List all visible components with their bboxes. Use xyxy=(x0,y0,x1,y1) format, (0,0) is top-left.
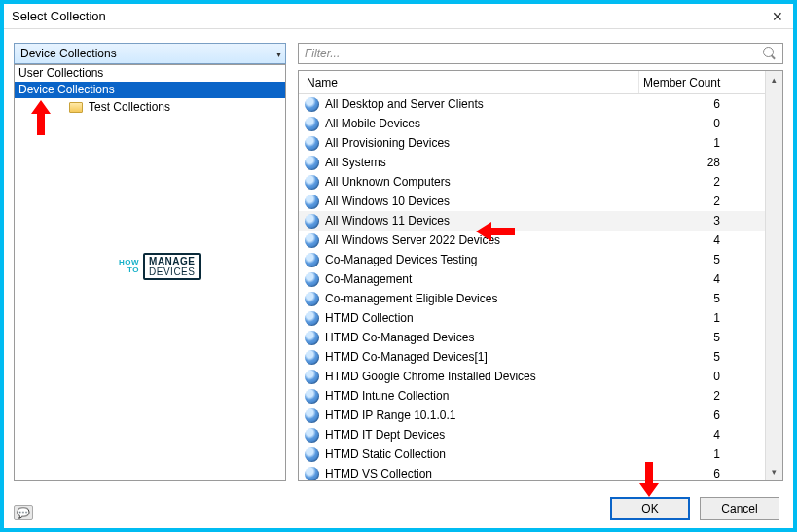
scroll-down-icon[interactable]: ▾ xyxy=(766,463,782,480)
collection-icon xyxy=(305,272,319,287)
row-name: All Unknown Computers xyxy=(325,175,638,189)
row-name: All Mobile Devices xyxy=(325,117,638,130)
collection-icon xyxy=(305,467,319,481)
ok-button[interactable]: OK xyxy=(610,497,690,520)
row-name: HTMD Co-Managed Devices[1] xyxy=(325,350,638,364)
table-row[interactable]: HTMD Collection1 xyxy=(299,308,765,328)
table-row[interactable]: HTMD Static Collection1 xyxy=(299,444,765,464)
row-name: HTMD IT Dept Devices xyxy=(325,428,638,442)
row-name: All Provisioning Devices xyxy=(325,136,638,150)
row-member-count: 6 xyxy=(638,467,765,480)
collection-icon xyxy=(305,447,319,462)
row-name: Co-management Eligible Devices xyxy=(325,292,638,305)
column-header-name[interactable]: Name xyxy=(299,76,638,89)
chevron-down-icon: ▾ xyxy=(276,49,281,59)
row-name: HTMD Google Chrome Installed Devices xyxy=(325,370,638,383)
row-name: HTMD IP Range 10.1.0.1 xyxy=(325,408,638,422)
collection-icon xyxy=(305,136,319,151)
row-member-count: 5 xyxy=(638,292,765,305)
close-icon[interactable]: ✕ xyxy=(772,9,785,24)
row-member-count: 0 xyxy=(638,370,765,383)
scroll-up-icon[interactable]: ▴ xyxy=(766,71,782,89)
table-row[interactable]: All Windows 11 Devices3 xyxy=(299,211,765,231)
row-member-count: 6 xyxy=(638,97,765,111)
collection-icon xyxy=(305,370,319,384)
row-name: Co-Managed Devices Testing xyxy=(325,253,638,266)
table-row[interactable]: All Systems28 xyxy=(299,153,765,172)
dropdown-value: Device Collections xyxy=(20,47,117,60)
row-name: HTMD Collection xyxy=(325,311,638,325)
filter-input[interactable]: Filter... xyxy=(298,43,783,64)
collection-type-dropdown[interactable]: Device Collections ▾ xyxy=(14,43,286,64)
table-row[interactable]: All Unknown Computers2 xyxy=(299,172,765,192)
row-name: All Systems xyxy=(325,156,638,169)
row-member-count: 0 xyxy=(638,117,765,130)
collection-icon xyxy=(305,214,319,229)
collection-icon xyxy=(305,253,319,267)
row-member-count: 2 xyxy=(638,195,765,208)
row-name: All Windows 11 Devices xyxy=(325,214,638,228)
row-member-count: 1 xyxy=(638,311,765,325)
collection-icon xyxy=(305,292,319,306)
collection-icon xyxy=(305,195,319,209)
table-row[interactable]: All Desktop and Server Clients6 xyxy=(299,94,765,114)
column-header-member-count[interactable]: Member Count xyxy=(638,71,765,93)
window-title: Select Collection xyxy=(12,9,106,23)
row-name: HTMD Co-Managed Devices xyxy=(325,331,638,344)
row-name: HTMD Static Collection xyxy=(325,447,638,461)
row-name: All Desktop and Server Clients xyxy=(325,97,638,111)
vertical-scrollbar[interactable]: ▴ ▾ xyxy=(765,71,782,480)
collection-icon xyxy=(305,350,319,365)
collection-icon xyxy=(305,389,319,404)
folder-icon xyxy=(69,102,83,113)
search-icon xyxy=(763,47,777,60)
collection-icon xyxy=(305,311,319,326)
row-member-count: 5 xyxy=(638,350,765,364)
table-row[interactable]: HTMD Co-Managed Devices[1]5 xyxy=(299,347,765,367)
row-member-count: 28 xyxy=(638,156,765,169)
row-member-count: 2 xyxy=(638,175,765,189)
table-row[interactable]: HTMD Co-Managed Devices5 xyxy=(299,328,765,347)
titlebar: Select Collection ✕ xyxy=(4,4,793,29)
table-row[interactable]: HTMD IP Range 10.1.0.16 xyxy=(299,406,765,425)
grid-header: Name Member Count xyxy=(299,71,765,94)
row-member-count: 1 xyxy=(638,136,765,150)
row-member-count: 5 xyxy=(638,331,765,344)
row-member-count: 2 xyxy=(638,389,765,403)
watermark-prefix: HOW TO xyxy=(119,259,139,274)
watermark-logo: HOW TO MANAGE DEVICES xyxy=(119,253,201,280)
collection-icon xyxy=(305,156,319,170)
status-bar-icon: 💬 xyxy=(14,505,33,520)
tree-item-label: Test Collections xyxy=(89,98,170,116)
row-name: All Windows Server 2022 Devices xyxy=(325,233,638,247)
collection-icon xyxy=(305,233,319,248)
table-row[interactable]: HTMD IT Dept Devices4 xyxy=(299,425,765,444)
table-row[interactable]: Co-management Eligible Devices5 xyxy=(299,289,765,308)
table-row[interactable]: All Windows 10 Devices2 xyxy=(299,192,765,211)
table-row[interactable]: All Windows Server 2022 Devices4 xyxy=(299,231,765,250)
collections-grid: Name Member Count All Desktop and Server… xyxy=(298,70,783,481)
table-row[interactable]: Co-Management4 xyxy=(299,269,765,289)
grid-body: Name Member Count All Desktop and Server… xyxy=(299,71,765,480)
row-name: All Windows 10 Devices xyxy=(325,195,638,208)
table-row[interactable]: Co-Managed Devices Testing5 xyxy=(299,250,765,269)
watermark-brand: MANAGE DEVICES xyxy=(143,253,200,280)
table-row[interactable]: HTMD VS Collection6 xyxy=(299,464,765,480)
row-member-count: 4 xyxy=(638,428,765,442)
table-row[interactable]: HTMD Intune Collection2 xyxy=(299,386,765,406)
table-row[interactable]: All Mobile Devices0 xyxy=(299,114,765,133)
dialog-footer: OK Cancel xyxy=(610,497,779,520)
grid-rows: All Desktop and Server Clients6All Mobil… xyxy=(299,94,765,480)
tree-item-device-collections[interactable]: Device Collections xyxy=(15,82,285,98)
table-row[interactable]: All Provisioning Devices1 xyxy=(299,133,765,153)
table-row[interactable]: HTMD Google Chrome Installed Devices0 xyxy=(299,367,765,386)
cancel-button[interactable]: Cancel xyxy=(700,497,779,520)
row-member-count: 4 xyxy=(638,272,765,286)
row-member-count: 1 xyxy=(638,447,765,461)
tree-item-test-collections[interactable]: Test Collections xyxy=(15,98,285,116)
row-name: HTMD VS Collection xyxy=(325,467,638,480)
collection-icon xyxy=(305,97,319,112)
row-member-count: 3 xyxy=(638,214,765,228)
dialog-window: Select Collection ✕ Device Collections ▾… xyxy=(0,0,797,532)
tree-item-user-collections[interactable]: User Collections xyxy=(15,65,285,82)
